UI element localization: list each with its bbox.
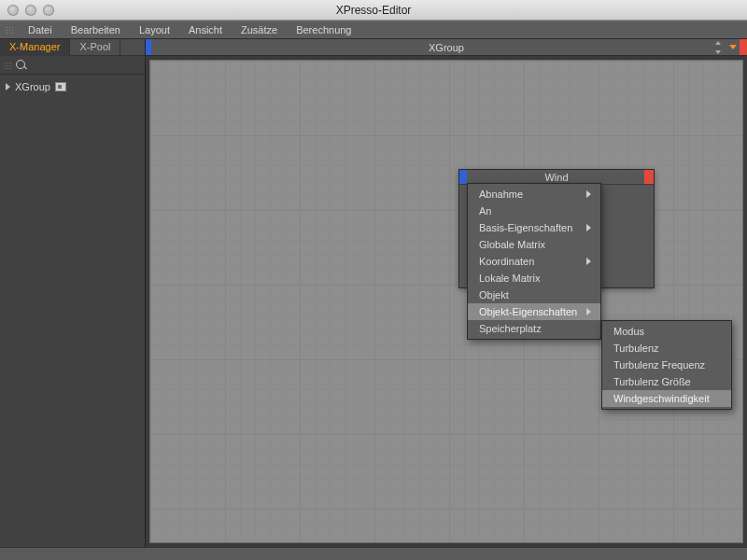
ctx-item-lokale-matrix[interactable]: Lokale Matrix [468, 270, 600, 287]
sub-item-modus[interactable]: Modus [602, 323, 731, 340]
sub-item-windgeschwindigkeit[interactable]: Windgeschwindigkeit [602, 390, 731, 407]
zoom-icon[interactable] [43, 5, 54, 16]
window-title: XPresso-Editor [0, 4, 747, 17]
node-canvas[interactable]: Wind Abnahme An Basis-Eigenschaften Glob… [149, 60, 743, 543]
context-submenu: Modus Turbulenz Turbulenz Frequenz Turbu… [601, 320, 732, 410]
menu-bar: Datei Bearbeiten Layout Ansicht Zusätze … [0, 21, 747, 39]
canvas-panel: XGroup Wind Abnahme An Basis- [146, 39, 747, 547]
ctx-item-basis-eigenschaften[interactable]: Basis-Eigenschaften [468, 219, 600, 236]
status-bar [0, 547, 747, 560]
tree-item-label: XGroup [15, 81, 50, 92]
tab-x-pool[interactable]: X-Pool [70, 39, 120, 56]
submenu-arrow-icon [586, 308, 591, 315]
ctx-item-globale-matrix[interactable]: Globale Matrix [468, 236, 600, 253]
disclosure-triangle-icon[interactable] [6, 83, 10, 91]
menu-berechnung[interactable]: Berechnung [287, 21, 360, 38]
tab-x-manager[interactable]: X-Manager [0, 39, 70, 56]
canvas-title: XGroup [146, 42, 747, 53]
ctx-item-objekt[interactable]: Objekt [468, 287, 600, 303]
tree: XGroup [0, 75, 145, 99]
tree-item-xgroup[interactable]: XGroup [4, 80, 141, 93]
submenu-arrow-icon [586, 190, 591, 198]
search-row [0, 56, 145, 75]
context-menu: Abnahme An Basis-Eigenschaften Globale M… [467, 183, 601, 340]
move-icon[interactable] [712, 41, 725, 54]
menu-bearbeiten[interactable]: Bearbeiten [62, 21, 130, 38]
minimize-icon[interactable] [25, 5, 36, 16]
menu-layout[interactable]: Layout [130, 21, 179, 38]
close-icon[interactable] [7, 5, 19, 16]
grip-icon[interactable] [6, 26, 13, 34]
node-title: Wind [459, 172, 654, 183]
ctx-item-koordinaten[interactable]: Koordinaten [468, 253, 600, 270]
sub-item-turbulenz-frequenz[interactable]: Turbulenz Frequenz [602, 357, 731, 373]
node-badge-icon [55, 82, 66, 91]
menu-ansicht[interactable]: Ansicht [179, 21, 232, 38]
sub-item-turbulenz[interactable]: Turbulenz [602, 340, 731, 357]
search-icon[interactable] [15, 59, 28, 72]
submenu-arrow-icon [586, 224, 591, 231]
sidebar: X-Manager X-Pool XGroup [0, 39, 146, 547]
submenu-arrow-icon [586, 258, 591, 265]
ctx-item-an[interactable]: An [468, 203, 600, 219]
sidebar-tabs: X-Manager X-Pool [0, 39, 145, 56]
ctx-item-speicherplatz[interactable]: Speicherplatz [468, 320, 600, 337]
menu-zusaetze[interactable]: Zusätze [232, 21, 287, 38]
menu-datei[interactable]: Datei [19, 21, 62, 38]
window-titlebar: XPresso-Editor [0, 0, 747, 21]
sub-item-turbulenz-groesse[interactable]: Turbulenz Größe [602, 373, 731, 390]
ctx-item-abnahme[interactable]: Abnahme [468, 186, 600, 203]
canvas-header[interactable]: XGroup [146, 39, 747, 56]
grip-icon[interactable] [4, 62, 11, 69]
ctx-item-objekt-eigenschaften[interactable]: Objekt-Eigenschaften [468, 303, 600, 320]
